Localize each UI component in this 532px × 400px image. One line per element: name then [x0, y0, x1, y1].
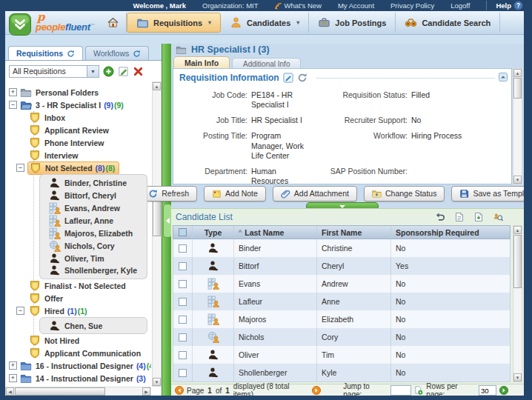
- tree-item[interactable]: Bittorf, Cheryl: [39, 189, 147, 201]
- privacy-policy-link[interactable]: Privacy Policy: [390, 1, 434, 10]
- tree-item[interactable]: Finalist - Not Selected: [5, 279, 151, 292]
- scrollbar-thumb[interactable]: [513, 78, 522, 99]
- help-button[interactable]: Help ?: [486, 1, 523, 10]
- scroll-down-icon[interactable]: ▼: [513, 373, 522, 381]
- row-checkbox[interactable]: [173, 328, 193, 346]
- next-page-button[interactable]: [312, 386, 321, 395]
- nav-tab[interactable]: Candidates: [221, 13, 309, 33]
- vertical-splitter[interactable]: [162, 44, 171, 396]
- candidate-row[interactable]: Binder Christine No: [173, 239, 511, 257]
- row-checkbox[interactable]: [173, 293, 193, 310]
- sidebar-vertical-scrollbar[interactable]: ▲ ▼: [152, 81, 162, 387]
- rows-per-page-go-button[interactable]: [499, 386, 508, 395]
- tree-item[interactable]: 16 - Instructional Designer(4)(4): [5, 359, 151, 372]
- tree-item[interactable]: Shollenberger, Kyle: [39, 264, 147, 279]
- previous-page-button[interactable]: [175, 386, 184, 395]
- sidebar-horizontal-scrollbar[interactable]: ◀ ▶: [5, 387, 151, 396]
- candidate-toolbar-icon[interactable]: [493, 212, 503, 222]
- tree-item[interactable]: Evans, Andrew: [39, 201, 147, 214]
- whats-new-link[interactable]: What's New: [275, 1, 322, 10]
- action-button[interactable]: Save as Template: [451, 186, 524, 201]
- row-checkbox[interactable]: [173, 257, 193, 275]
- tree-item[interactable]: Chen, Sue: [39, 317, 147, 334]
- nav-tab[interactable]: Job Postings: [309, 13, 396, 33]
- column-header-last-name[interactable]: ^ Last Name: [234, 226, 317, 239]
- tree-item[interactable]: Majoros, Elizabeth: [39, 227, 147, 239]
- candidate-row[interactable]: Lafleur Anne No: [173, 293, 511, 310]
- tree-item[interactable]: Inbox: [5, 111, 151, 124]
- tree-item[interactable]: Phone Interview: [5, 136, 151, 149]
- tree-item[interactable]: 3 - HR Specialist I(9)(9): [5, 99, 151, 111]
- row-checkbox[interactable]: [173, 364, 193, 381]
- scrollbar-thumb[interactable]: [15, 387, 105, 396]
- tree-expander-icon[interactable]: [9, 88, 17, 96]
- tree-item[interactable]: Binder, Christine: [39, 174, 147, 189]
- column-header-first-name[interactable]: First Name: [317, 226, 391, 239]
- candidate-row[interactable]: Shollenberger Kyle No: [173, 364, 511, 381]
- candidate-row[interactable]: Evans Andrew No: [173, 275, 511, 293]
- tree-item[interactable]: Lafleur, Anne: [39, 214, 147, 227]
- tree-item[interactable]: Not Selected(8)(8): [5, 161, 151, 174]
- candidate-toolbar-icon[interactable]: [473, 212, 484, 222]
- tree-item[interactable]: Interview: [5, 149, 151, 161]
- refresh-icon[interactable]: [133, 50, 141, 58]
- candidate-row[interactable]: Bittorf Cheryl Yes: [173, 257, 511, 275]
- tree-item[interactable]: Oliver, Tim: [39, 252, 147, 264]
- my-account-link[interactable]: My Account: [338, 1, 374, 10]
- add-folder-button[interactable]: [103, 66, 114, 77]
- select-all-checkbox[interactable]: [173, 226, 193, 239]
- scroll-up-icon[interactable]: ▲: [513, 69, 522, 77]
- tab-main-info[interactable]: Main Info: [173, 56, 230, 69]
- rows-per-page-input[interactable]: [479, 385, 496, 396]
- scroll-up-icon[interactable]: ▲: [513, 226, 522, 234]
- scroll-down-icon[interactable]: ▼: [153, 378, 161, 386]
- candidate-toolbar-icon[interactable]: [435, 212, 445, 222]
- tree-expander-icon[interactable]: [9, 101, 17, 109]
- tree-item[interactable]: Not Hired: [5, 334, 151, 347]
- tree-expander-icon[interactable]: [16, 164, 24, 172]
- edit-folder-button[interactable]: [118, 66, 129, 77]
- tree-expander-icon[interactable]: [9, 374, 17, 382]
- candidate-toolbar-icon[interactable]: [454, 212, 465, 222]
- home-button[interactable]: [100, 13, 127, 33]
- tree-item[interactable]: Hired(1)(1): [5, 304, 151, 317]
- candidate-row[interactable]: Nichols Cory No: [173, 328, 511, 346]
- column-header-type[interactable]: Type: [193, 226, 234, 239]
- row-checkbox[interactable]: [173, 346, 193, 364]
- refresh-icon[interactable]: [67, 50, 75, 58]
- tab-workflows[interactable]: Workflows: [85, 46, 149, 60]
- candidate-row[interactable]: Majoros Elizabeth No: [173, 310, 511, 328]
- collapse-panel-icon[interactable]: [499, 73, 508, 81]
- scroll-left-icon[interactable]: ◀: [6, 387, 14, 396]
- tree-expander-icon[interactable]: [9, 361, 17, 370]
- candidate-table-scrollbar[interactable]: ▲ ▼: [513, 225, 522, 382]
- row-checkbox[interactable]: [173, 310, 193, 328]
- delete-folder-button[interactable]: [133, 66, 144, 77]
- tree-item[interactable]: Applicant Review: [5, 124, 151, 136]
- refresh-requisition-icon[interactable]: [297, 73, 307, 83]
- scrollbar-thumb[interactable]: [513, 235, 522, 288]
- tree-item[interactable]: Offer: [5, 292, 151, 304]
- action-button[interactable]: Add Attachment: [273, 186, 357, 201]
- nav-tab[interactable]: Requisitions: [127, 13, 221, 33]
- scroll-up-icon[interactable]: ▲: [153, 82, 161, 90]
- tree-item[interactable]: Applicant Communication: [5, 347, 151, 359]
- scroll-right-icon[interactable]: ▶: [142, 387, 150, 396]
- logoff-link[interactable]: Logoff: [450, 1, 470, 10]
- edit-requisition-icon[interactable]: [283, 73, 293, 83]
- candidate-row[interactable]: Oliver Tim No: [173, 346, 511, 364]
- tree-item[interactable]: Nichols, Cory: [39, 239, 147, 252]
- requisition-filter-select[interactable]: All Requisitions ▼: [9, 65, 99, 78]
- row-checkbox[interactable]: [173, 275, 193, 293]
- action-button[interactable]: Change Status: [364, 186, 445, 201]
- action-button[interactable]: Add Note: [204, 186, 266, 201]
- nav-tab[interactable]: Candidate Search: [396, 13, 500, 33]
- jump-go-button[interactable]: [414, 386, 423, 395]
- tab-additional-info[interactable]: Additional Info: [232, 58, 301, 69]
- main-info-scrollbar[interactable]: ▲ ▼: [513, 68, 522, 184]
- tree-expander-icon[interactable]: [16, 307, 24, 315]
- scroll-down-icon[interactable]: ▼: [513, 176, 522, 184]
- column-header-sponsorship[interactable]: Sponsorship Required: [391, 226, 510, 239]
- tree-item[interactable]: Personal Folders: [5, 86, 151, 99]
- action-button[interactable]: Refresh: [140, 186, 197, 201]
